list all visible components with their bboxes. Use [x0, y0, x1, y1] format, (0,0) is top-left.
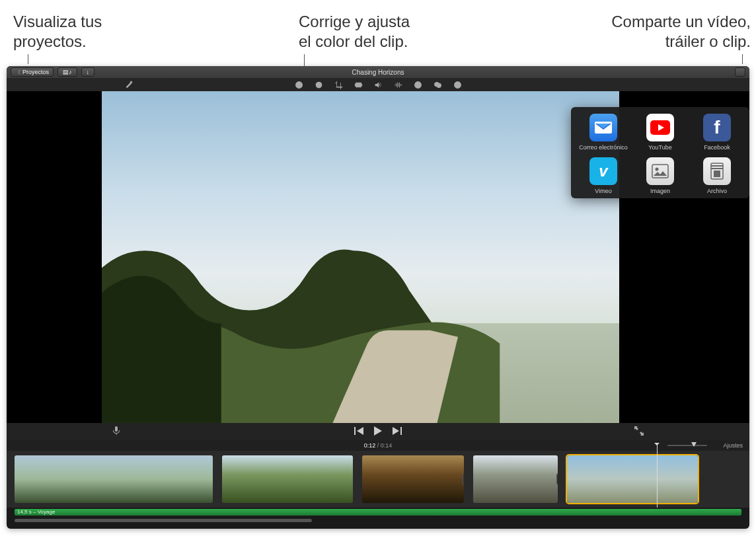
youtube-icon: [646, 114, 674, 141]
share-item-image[interactable]: Imagen: [632, 157, 689, 194]
noise-reduce-icon[interactable]: [393, 80, 402, 89]
callout-color: Corrige y ajusta el color del clip.: [299, 12, 410, 52]
preview-content: [102, 224, 619, 423]
transport-bar: [7, 423, 749, 440]
svg-rect-22: [400, 427, 402, 435]
callout-projects: Visualiza tus proyectos.: [13, 12, 102, 52]
timecode-total: 0:14: [381, 442, 393, 449]
next-frame-button[interactable]: [393, 427, 402, 437]
chevron-left-icon: 〈: [15, 69, 20, 76]
titlebar: 〈 Proyectos ▤♪ ↓ Chasing Horizons: [7, 66, 749, 78]
svg-point-2: [317, 83, 319, 85]
share-item-label: Correo electrónico: [579, 144, 628, 151]
import-button[interactable]: ↓: [81, 67, 95, 77]
callout-line: tráiler o clip.: [611, 32, 751, 52]
image-icon: [646, 157, 674, 185]
svg-rect-19: [714, 171, 720, 177]
clip-thumbnail: [222, 455, 353, 503]
share-item-vimeo[interactable]: v Vimeo: [575, 157, 632, 194]
settings-button[interactable]: Ajustes: [723, 442, 743, 449]
clip-thumbnail: [362, 455, 464, 503]
timecode: 0:12 / 0:14: [364, 442, 393, 449]
svg-rect-11: [457, 83, 457, 83]
audio-track: 14,5 s – Voyage: [7, 508, 749, 518]
timecode-current: 0:12: [364, 442, 376, 449]
file-icon: [703, 157, 731, 185]
svg-rect-18: [711, 168, 723, 169]
fullscreen-button[interactable]: [634, 426, 644, 438]
share-item-label: Facebook: [704, 144, 730, 151]
media-library-icon: ▤♪: [63, 69, 72, 75]
timeline-clip[interactable]: [567, 455, 698, 503]
share-item-label: Imagen: [650, 188, 670, 194]
stabilize-icon[interactable]: [354, 80, 363, 89]
scrollbar-thumb[interactable]: [15, 519, 312, 522]
vimeo-icon: v: [589, 157, 617, 185]
share-popover: Correo electrónico YouTube f Facebook v …: [571, 107, 749, 198]
volume-icon[interactable]: [373, 80, 383, 89]
voiceover-button[interactable]: [112, 426, 120, 438]
transition-badge[interactable]: ⊠: [556, 473, 558, 485]
download-arrow-icon: ↓: [87, 69, 90, 75]
imovie-window: 〈 Proyectos ▤♪ ↓ Chasing Horizons: [7, 66, 749, 529]
share-item-file[interactable]: Archivo: [689, 157, 745, 194]
svg-point-15: [656, 168, 659, 171]
svg-rect-17: [711, 165, 723, 167]
timeline-clip[interactable]: [222, 455, 353, 503]
viewer: Correo electrónico YouTube f Facebook v …: [7, 91, 749, 423]
filter-icon[interactable]: [433, 80, 442, 89]
timeline-scrollbar[interactable]: [7, 518, 749, 523]
callout-line: Comparte un vídeo,: [611, 12, 751, 32]
share-item-facebook[interactable]: f Facebook: [689, 114, 745, 151]
transition-badge[interactable]: ⊠: [463, 473, 464, 485]
speed-icon[interactable]: [413, 80, 422, 89]
svg-rect-20: [115, 426, 118, 432]
share-item-youtube[interactable]: YouTube: [632, 114, 689, 151]
share-item-label: YouTube: [648, 144, 671, 151]
callout-line: proyectos.: [13, 32, 102, 52]
callout-line: Visualiza tus: [13, 12, 102, 32]
project-title: Chasing Horizons: [7, 69, 749, 76]
leader-line: [28, 54, 28, 64]
clip-thumbnail: [567, 455, 698, 503]
callout-line: el color del clip.: [299, 32, 410, 52]
share-button[interactable]: [735, 67, 745, 77]
audio-clip[interactable]: 14,5 s – Voyage: [15, 509, 741, 516]
auto-enhance-button[interactable]: [124, 79, 133, 91]
timeline[interactable]: ⊠⊠: [7, 451, 749, 508]
svg-rect-5: [361, 83, 361, 85]
color-wheel-icon[interactable]: [314, 80, 323, 89]
share-item-label: Archivo: [707, 188, 727, 194]
svg-rect-3: [356, 83, 361, 87]
svg-point-8: [436, 83, 441, 88]
mail-icon: [589, 114, 617, 141]
play-button[interactable]: [374, 426, 382, 438]
timeline-clip[interactable]: [15, 455, 213, 503]
zoom-slider[interactable]: [667, 443, 707, 448]
leader-line: [742, 54, 743, 64]
timeline-clip[interactable]: ⊠: [362, 455, 464, 503]
preview-frame: [102, 91, 619, 423]
callout-share: Comparte un vídeo, tráiler o clip.: [611, 12, 751, 52]
adjust-toolbar: [7, 78, 749, 91]
timeline-clip[interactable]: ⊠: [473, 455, 558, 503]
clip-thumbnail: [473, 455, 558, 503]
share-item-mail[interactable]: Correo electrónico: [575, 114, 632, 151]
crop-icon[interactable]: [334, 80, 343, 89]
projects-back-label: Proyectos: [22, 69, 49, 75]
clip-thumbnail: [15, 455, 213, 503]
svg-rect-10: [457, 84, 457, 86]
svg-rect-21: [354, 427, 356, 435]
svg-rect-4: [354, 83, 355, 85]
timecode-row: 0:12 / 0:14 Ajustes: [7, 440, 749, 451]
share-item-label: Vimeo: [595, 188, 611, 194]
media-library-button[interactable]: ▤♪: [57, 67, 77, 77]
prev-frame-button[interactable]: [354, 427, 363, 437]
info-icon[interactable]: [453, 80, 462, 89]
color-balance-icon[interactable]: [294, 80, 303, 89]
callout-line: Corrige y ajusta: [299, 12, 410, 32]
projects-back-button[interactable]: 〈 Proyectos: [11, 67, 54, 77]
facebook-icon: f: [703, 114, 731, 141]
